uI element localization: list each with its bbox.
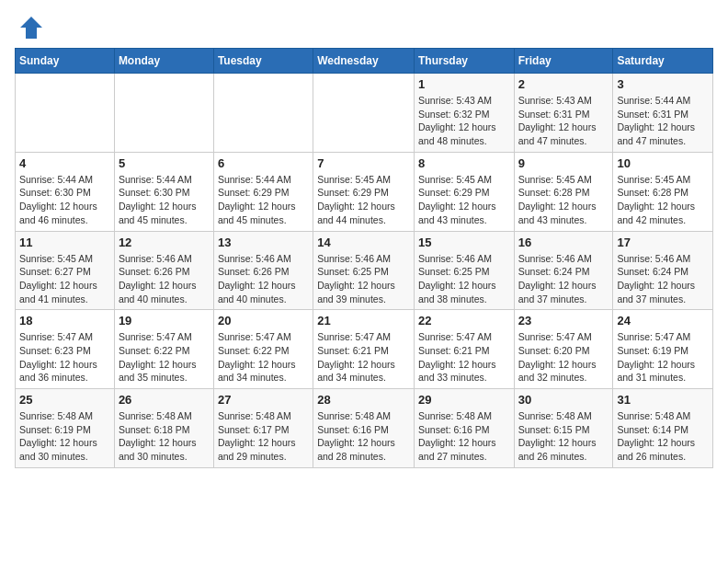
- calendar-cell: 13Sunrise: 5:46 AM Sunset: 6:26 PM Dayli…: [213, 231, 313, 310]
- calendar-cell: 12Sunrise: 5:46 AM Sunset: 6:26 PM Dayli…: [114, 231, 213, 310]
- calendar-cell: 15Sunrise: 5:46 AM Sunset: 6:25 PM Dayli…: [414, 231, 514, 310]
- day-info: Sunrise: 5:46 AM Sunset: 6:26 PM Dayligh…: [218, 252, 309, 306]
- day-number: 12: [119, 236, 210, 249]
- header-thursday: Thursday: [414, 49, 514, 74]
- calendar-cell: 4Sunrise: 5:44 AM Sunset: 6:30 PM Daylig…: [16, 152, 115, 231]
- logo: [15, 15, 44, 40]
- day-info: Sunrise: 5:45 AM Sunset: 6:27 PM Dayligh…: [19, 252, 110, 306]
- day-number: 27: [218, 393, 309, 407]
- calendar-cell: 11Sunrise: 5:45 AM Sunset: 6:27 PM Dayli…: [16, 231, 115, 310]
- calendar-cell: [16, 74, 115, 153]
- day-number: 19: [119, 314, 210, 327]
- day-number: 14: [317, 236, 410, 249]
- day-info: Sunrise: 5:45 AM Sunset: 6:29 PM Dayligh…: [317, 173, 410, 227]
- calendar-cell: 1Sunrise: 5:43 AM Sunset: 6:32 PM Daylig…: [414, 74, 514, 153]
- day-info: Sunrise: 5:46 AM Sunset: 6:24 PM Dayligh…: [617, 252, 709, 306]
- calendar-cell: 7Sunrise: 5:45 AM Sunset: 6:29 PM Daylig…: [313, 152, 415, 231]
- header-friday: Friday: [514, 49, 613, 74]
- calendar-cell: 2Sunrise: 5:43 AM Sunset: 6:31 PM Daylig…: [514, 74, 613, 153]
- calendar-cell: [313, 74, 415, 153]
- calendar-cell: [213, 74, 313, 153]
- day-number: 20: [218, 314, 309, 327]
- day-info: Sunrise: 5:48 AM Sunset: 6:15 PM Dayligh…: [518, 409, 609, 464]
- week-row-3: 11Sunrise: 5:45 AM Sunset: 6:27 PM Dayli…: [16, 231, 713, 310]
- day-number: 31: [617, 393, 709, 407]
- day-info: Sunrise: 5:46 AM Sunset: 6:24 PM Dayligh…: [518, 252, 609, 306]
- calendar-table: SundayMondayTuesdayWednesdayThursdayFrid…: [15, 48, 713, 468]
- calendar-cell: 17Sunrise: 5:46 AM Sunset: 6:24 PM Dayli…: [613, 231, 713, 310]
- day-info: Sunrise: 5:45 AM Sunset: 6:28 PM Dayligh…: [518, 173, 609, 227]
- calendar-cell: 18Sunrise: 5:47 AM Sunset: 6:23 PM Dayli…: [16, 310, 115, 389]
- day-info: Sunrise: 5:47 AM Sunset: 6:22 PM Dayligh…: [119, 330, 210, 385]
- day-number: 16: [518, 236, 609, 249]
- calendar-cell: 3Sunrise: 5:44 AM Sunset: 6:31 PM Daylig…: [613, 74, 713, 153]
- calendar-cell: 16Sunrise: 5:46 AM Sunset: 6:24 PM Dayli…: [514, 231, 613, 310]
- day-info: Sunrise: 5:47 AM Sunset: 6:22 PM Dayligh…: [218, 330, 309, 385]
- calendar-cell: 14Sunrise: 5:46 AM Sunset: 6:25 PM Dayli…: [313, 231, 415, 310]
- day-info: Sunrise: 5:48 AM Sunset: 6:19 PM Dayligh…: [19, 409, 110, 464]
- day-number: 18: [19, 314, 110, 327]
- day-info: Sunrise: 5:47 AM Sunset: 6:19 PM Dayligh…: [617, 330, 709, 385]
- page-header: [15, 15, 713, 40]
- day-number: 30: [518, 393, 609, 407]
- day-info: Sunrise: 5:44 AM Sunset: 6:30 PM Dayligh…: [119, 173, 210, 227]
- calendar-cell: 25Sunrise: 5:48 AM Sunset: 6:19 PM Dayli…: [16, 389, 115, 468]
- day-number: 22: [418, 314, 510, 327]
- calendar-cell: 26Sunrise: 5:48 AM Sunset: 6:18 PM Dayli…: [114, 389, 213, 468]
- day-number: 3: [617, 77, 709, 91]
- day-info: Sunrise: 5:46 AM Sunset: 6:25 PM Dayligh…: [317, 252, 410, 306]
- day-number: 28: [317, 393, 410, 407]
- calendar-cell: 24Sunrise: 5:47 AM Sunset: 6:19 PM Dayli…: [613, 310, 713, 389]
- header-saturday: Saturday: [613, 49, 713, 74]
- day-info: Sunrise: 5:44 AM Sunset: 6:30 PM Dayligh…: [19, 173, 110, 227]
- day-info: Sunrise: 5:48 AM Sunset: 6:16 PM Dayligh…: [418, 409, 510, 464]
- day-info: Sunrise: 5:47 AM Sunset: 6:21 PM Dayligh…: [317, 330, 410, 385]
- day-info: Sunrise: 5:43 AM Sunset: 6:31 PM Dayligh…: [518, 94, 609, 148]
- calendar-cell: 27Sunrise: 5:48 AM Sunset: 6:17 PM Dayli…: [213, 389, 313, 468]
- calendar-cell: 31Sunrise: 5:48 AM Sunset: 6:14 PM Dayli…: [613, 389, 713, 468]
- day-info: Sunrise: 5:44 AM Sunset: 6:31 PM Dayligh…: [617, 94, 709, 148]
- day-number: 4: [19, 156, 110, 170]
- day-number: 10: [617, 156, 709, 170]
- day-info: Sunrise: 5:45 AM Sunset: 6:29 PM Dayligh…: [418, 173, 510, 227]
- day-info: Sunrise: 5:44 AM Sunset: 6:29 PM Dayligh…: [218, 173, 309, 227]
- week-row-5: 25Sunrise: 5:48 AM Sunset: 6:19 PM Dayli…: [16, 389, 713, 468]
- header-wednesday: Wednesday: [313, 49, 415, 74]
- day-info: Sunrise: 5:47 AM Sunset: 6:20 PM Dayligh…: [518, 330, 609, 385]
- day-info: Sunrise: 5:48 AM Sunset: 6:18 PM Dayligh…: [119, 409, 210, 464]
- logo-icon: [18, 15, 44, 40]
- calendar-cell: 29Sunrise: 5:48 AM Sunset: 6:16 PM Dayli…: [414, 389, 514, 468]
- day-number: 5: [119, 156, 210, 170]
- calendar-cell: 21Sunrise: 5:47 AM Sunset: 6:21 PM Dayli…: [313, 310, 415, 389]
- week-row-2: 4Sunrise: 5:44 AM Sunset: 6:30 PM Daylig…: [16, 152, 713, 231]
- day-number: 13: [218, 236, 309, 249]
- day-number: 1: [418, 77, 510, 91]
- calendar-cell: [114, 74, 213, 153]
- calendar-cell: 28Sunrise: 5:48 AM Sunset: 6:16 PM Dayli…: [313, 389, 415, 468]
- day-info: Sunrise: 5:43 AM Sunset: 6:32 PM Dayligh…: [418, 94, 510, 148]
- calendar-cell: 30Sunrise: 5:48 AM Sunset: 6:15 PM Dayli…: [514, 389, 613, 468]
- day-number: 15: [418, 236, 510, 249]
- svg-marker-0: [20, 17, 42, 39]
- week-row-1: 1Sunrise: 5:43 AM Sunset: 6:32 PM Daylig…: [16, 74, 713, 153]
- day-info: Sunrise: 5:48 AM Sunset: 6:16 PM Dayligh…: [317, 409, 410, 464]
- day-info: Sunrise: 5:48 AM Sunset: 6:14 PM Dayligh…: [617, 409, 709, 464]
- day-info: Sunrise: 5:46 AM Sunset: 6:26 PM Dayligh…: [119, 252, 210, 306]
- day-number: 7: [317, 156, 410, 170]
- day-info: Sunrise: 5:45 AM Sunset: 6:28 PM Dayligh…: [617, 173, 709, 227]
- calendar-cell: 22Sunrise: 5:47 AM Sunset: 6:21 PM Dayli…: [414, 310, 514, 389]
- header-tuesday: Tuesday: [213, 49, 313, 74]
- day-number: 24: [617, 314, 709, 327]
- header-row: SundayMondayTuesdayWednesdayThursdayFrid…: [16, 49, 713, 74]
- day-number: 8: [418, 156, 510, 170]
- week-row-4: 18Sunrise: 5:47 AM Sunset: 6:23 PM Dayli…: [16, 310, 713, 389]
- calendar-cell: 6Sunrise: 5:44 AM Sunset: 6:29 PM Daylig…: [213, 152, 313, 231]
- calendar-cell: 10Sunrise: 5:45 AM Sunset: 6:28 PM Dayli…: [613, 152, 713, 231]
- day-number: 2: [518, 77, 609, 91]
- day-number: 29: [418, 393, 510, 407]
- day-info: Sunrise: 5:47 AM Sunset: 6:23 PM Dayligh…: [19, 330, 110, 385]
- day-number: 26: [119, 393, 210, 407]
- day-number: 6: [218, 156, 309, 170]
- calendar-cell: 19Sunrise: 5:47 AM Sunset: 6:22 PM Dayli…: [114, 310, 213, 389]
- day-info: Sunrise: 5:47 AM Sunset: 6:21 PM Dayligh…: [418, 330, 510, 385]
